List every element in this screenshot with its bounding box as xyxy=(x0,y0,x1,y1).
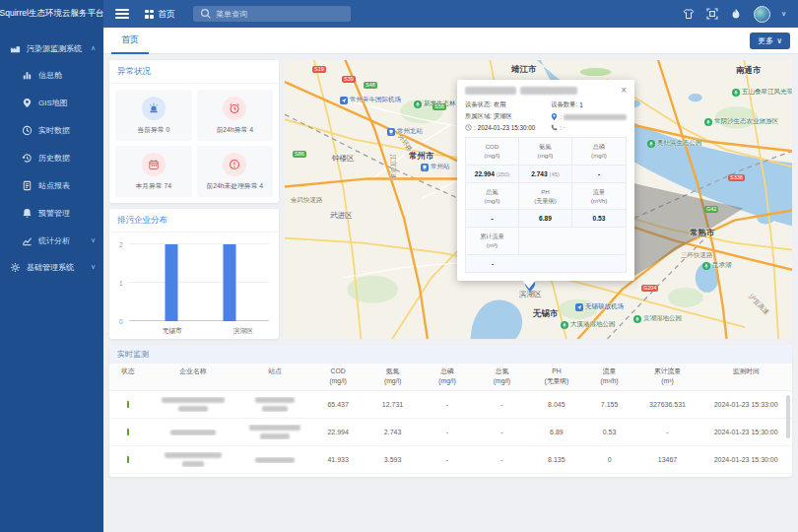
sidebar-item-信息舱[interactable]: 信息舱 xyxy=(0,61,103,89)
breadcrumb-home[interactable]: 首页 xyxy=(158,8,175,21)
sidebar-item-实时数据[interactable]: 实时数据 xyxy=(0,116,103,144)
gridline xyxy=(129,243,269,244)
metric-value-氨氮: 2.743 (45) xyxy=(519,166,572,183)
user-avatar[interactable] xyxy=(754,6,770,23)
park-icon xyxy=(732,89,740,97)
chevron-down-icon[interactable]: ∨ xyxy=(781,10,786,18)
road-badge-S48: S48 xyxy=(364,82,377,89)
metric-name-流量: 流量(m³/h) xyxy=(572,183,626,211)
dashboard-icon xyxy=(22,70,33,81)
report-icon xyxy=(22,180,33,191)
park-icon xyxy=(702,262,710,270)
table-scrollbar[interactable] xyxy=(786,395,790,438)
col-header-状态: 状态 xyxy=(109,366,147,386)
popup-close-icon[interactable]: × xyxy=(621,87,627,95)
sidebar-item-历史数据[interactable]: 历史数据 xyxy=(0,144,103,171)
stat-card-前24h未处理异常 4[interactable]: 前24h未处理异常 4 xyxy=(197,146,274,197)
y-tick: 2 xyxy=(119,241,123,248)
tab-home[interactable]: 首页 xyxy=(111,28,149,54)
stat-label: 本月异常 74 xyxy=(117,181,190,191)
metric-empty xyxy=(519,255,626,273)
gridline xyxy=(129,282,269,283)
sidebar-item-统计分析[interactable]: 统计分析∨ xyxy=(0,227,103,254)
metric-name-PH: PH(无量纲) xyxy=(519,183,572,211)
device-status: 在用 xyxy=(494,100,506,109)
sidebar-spacer xyxy=(0,28,103,35)
redacted-company-name xyxy=(465,87,516,95)
screenshot-icon[interactable] xyxy=(706,8,719,21)
metric-name-COD: COD(mg/l) xyxy=(466,138,519,166)
chevron-icon: ∧ xyxy=(91,44,96,52)
theme-shirt-icon[interactable] xyxy=(683,8,696,21)
stat-card-本月异常 74[interactable]: 本月异常 74 xyxy=(115,146,192,197)
monitor-table-body: 65.43712.731--8.0457.155327636.5312024-0… xyxy=(109,391,792,474)
map-label-无锡市: 无锡市 xyxy=(533,308,559,320)
cell-value: 13467 xyxy=(635,456,700,463)
cell-value: 327636.531 xyxy=(635,401,700,408)
popup-tail xyxy=(522,280,536,289)
map-pin-icon xyxy=(22,98,33,108)
metric-name-累计流量: 累计流量(m³) xyxy=(466,228,519,255)
table-row[interactable]: 22.9942.743--6.890.53-2024-01-23 15:30:0… xyxy=(109,419,792,446)
map-label-金武快速路: 金武快速路 xyxy=(291,196,323,205)
sidebar-item-GIS地图[interactable]: GIS地图 xyxy=(0,89,103,116)
cell-value: 65.437 xyxy=(310,401,365,408)
cell-value: 12.731 xyxy=(366,401,420,408)
map-label-五山叠翠江风光带: 五山叠翠江风光带 xyxy=(732,88,792,97)
search-icon xyxy=(199,8,212,21)
col-header-PH: PH(无量纲) xyxy=(529,366,583,386)
breadcrumb[interactable]: 首页 xyxy=(145,8,175,21)
phone-icon xyxy=(551,124,558,131)
history-icon xyxy=(22,153,33,164)
road-badge-S19: S19 xyxy=(312,66,326,73)
park-icon xyxy=(704,118,712,126)
col-header-氨氮: 氨氮(mg/l) xyxy=(366,366,420,386)
cell-value: 0.53 xyxy=(584,429,635,435)
redacted-station xyxy=(239,457,311,463)
cell-value: - xyxy=(420,401,474,408)
app-logo: Squirrel生态环境云服务平台 xyxy=(0,0,103,28)
road-badge-S58: S58 xyxy=(432,103,446,110)
cell-value: - xyxy=(635,429,700,435)
cell-value: 8.135 xyxy=(529,456,583,463)
stat-card-前24h异常 4[interactable]: 前24h异常 4 xyxy=(197,90,274,141)
table-row[interactable]: 65.43712.731--8.0457.155327636.5312024-0… xyxy=(109,391,792,419)
sidebar-group-污染源监测系统[interactable]: 污染源监测系统∧ xyxy=(0,35,103,61)
main-content: 异常状况 当前异常 0前24h异常 4本月异常 74前24h未处理异常 4 排污… xyxy=(103,54,798,532)
map-label-常州市: 常州市 xyxy=(409,151,434,163)
factory-icon xyxy=(10,43,21,54)
map-label-三环快速路: 三环快速路 xyxy=(681,251,713,260)
sidebar-item-预警管理[interactable]: 预警管理 xyxy=(0,199,103,227)
gridline xyxy=(129,320,269,321)
sidebar-group-基础管理系统[interactable]: 基础管理系统∨ xyxy=(0,254,103,280)
menu-search[interactable] xyxy=(193,6,351,22)
map-popup: × 设备状态:在用 设备数量:1 所属区域:滨湖区 : : 2024-01-23… xyxy=(457,80,634,281)
bar-chart: 012 xyxy=(129,244,269,321)
search-input[interactable] xyxy=(216,10,334,19)
redacted-company-name xyxy=(520,87,577,95)
stat-card-当前异常 0[interactable]: 当前异常 0 xyxy=(115,90,192,141)
cell-value: - xyxy=(475,456,529,463)
airport-icon xyxy=(340,97,348,104)
hamburger-menu-icon[interactable] xyxy=(115,9,129,19)
cell-value: 7.155 xyxy=(584,401,635,408)
more-button[interactable]: 更多∨ xyxy=(750,33,790,49)
sidebar-item-站点报表[interactable]: 站点报表 xyxy=(0,171,103,199)
table-row[interactable]: 41.9333.593--8.1350134672024-01-23 15:30… xyxy=(109,446,792,474)
cell-value: 2024-01-23 15:30:00 xyxy=(699,429,792,435)
metric-value-流量: 0.53 xyxy=(572,210,626,228)
map-canvas[interactable]: 靖江市南通市常州市无锡市常熟市钟楼区武进区滨湖区新发生态林奥灶浜生态公园常阴沙生… xyxy=(285,60,792,339)
metric-value-累计流量: - xyxy=(466,255,519,273)
col-header-总磷: 总磷(mg/l) xyxy=(420,366,474,386)
flame-icon[interactable] xyxy=(730,8,743,21)
redacted-station xyxy=(239,397,311,412)
train-station-icon xyxy=(421,164,429,171)
redacted-address xyxy=(564,114,627,120)
airport-icon xyxy=(575,303,583,311)
cell-value: 0 xyxy=(584,456,635,463)
map-label-奥灶浜生态公园: 奥灶浜生态公园 xyxy=(647,139,702,148)
status-dot xyxy=(109,429,147,435)
stats-icon xyxy=(22,235,33,246)
siren-icon xyxy=(142,97,166,120)
metric-empty xyxy=(519,228,626,255)
